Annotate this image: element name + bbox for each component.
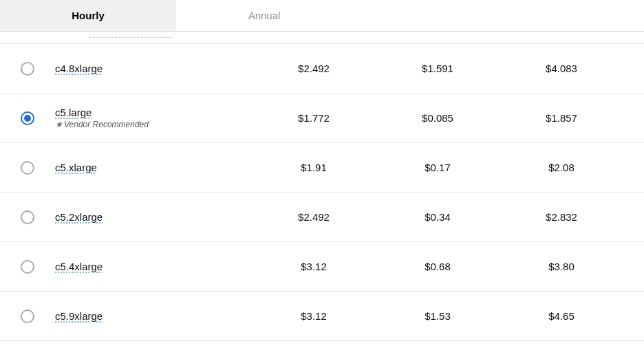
price-col1-c5-2xlarge: $2.492 — [252, 211, 376, 223]
radio-col-c5-2xlarge[interactable] — [21, 210, 55, 224]
tab-annual[interactable]: Annual — [176, 0, 352, 31]
price-col3-c5-4xlarge: $3.80 — [500, 261, 623, 272]
price-col2-c5-4xlarge: $0.68 — [376, 261, 500, 272]
table-row: c5.large Vendor Recommended $1.772 $0.08… — [0, 94, 644, 143]
instance-name-col-c4-8xlarge: c4.8xlarge — [55, 63, 252, 74]
price-col2-c5-9xlarge: $1.53 — [376, 310, 500, 322]
instance-name-c5-large[interactable]: c5.large — [55, 107, 252, 118]
vendor-recommended-label: Vendor Recommended — [55, 120, 252, 129]
tab-hourly[interactable]: Hourly — [0, 0, 176, 31]
instance-name-c5-9xlarge[interactable]: c5.9xlarge — [55, 310, 252, 322]
radio-col-c5-4xlarge[interactable] — [21, 260, 55, 274]
price-col3-c5-large: $1.857 — [500, 112, 623, 124]
radio-col-c4-8xlarge[interactable] — [21, 62, 55, 76]
instance-name-col-c5-xlarge: c5.xlarge — [55, 162, 252, 173]
price-col1-c5-large: $1.772 — [252, 112, 376, 124]
instance-name-col-c5-9xlarge: c5.9xlarge — [55, 310, 252, 322]
price-col3-c4-8xlarge: $4.083 — [500, 63, 623, 74]
radio-button-c5-4xlarge[interactable] — [21, 260, 34, 274]
radio-button-c5-large[interactable] — [21, 111, 34, 125]
instance-name-c4-8xlarge[interactable]: c4.8xlarge — [55, 63, 252, 74]
table-row: c5.9xlarge $3.12 $1.53 $4.65 — [0, 292, 644, 341]
table-row: c5.2xlarge $2.492 $0.34 $2.832 — [0, 193, 644, 242]
radio-button-c5-xlarge[interactable] — [21, 161, 34, 175]
instance-name-c5-2xlarge[interactable]: c5.2xlarge — [55, 211, 252, 223]
pricing-container: Hourly Annual c4.8xlarge $2.492 $1.591 $… — [0, 0, 644, 341]
price-col1-c5-xlarge: $1.91 — [252, 162, 376, 173]
price-col3-c5-xlarge: $2.08 — [500, 162, 623, 173]
instance-name-c5-4xlarge[interactable]: c5.4xlarge — [55, 261, 252, 272]
radio-button-c5-9xlarge[interactable] — [21, 309, 34, 323]
price-col2-c4-8xlarge: $1.591 — [376, 63, 500, 74]
radio-inner-c5-large — [24, 115, 31, 122]
radio-col-c5-large[interactable] — [21, 111, 55, 125]
table-row: c5.4xlarge $3.12 $0.68 $3.80 — [0, 242, 644, 292]
radio-button-c4-8xlarge[interactable] — [21, 62, 34, 76]
price-col1-c5-4xlarge: $3.12 — [252, 261, 376, 272]
price-col1-c4-8xlarge: $2.492 — [252, 63, 376, 74]
scroll-hint-row — [0, 32, 644, 44]
price-col2-c5-2xlarge: $0.34 — [376, 211, 500, 223]
table-row: c5.xlarge $1.91 $0.17 $2.08 — [0, 143, 644, 193]
radio-col-c5-9xlarge[interactable] — [21, 309, 55, 323]
tab-bar: Hourly Annual — [0, 0, 644, 32]
radio-col-c5-xlarge[interactable] — [21, 161, 55, 175]
instance-name-col-c5-large: c5.large Vendor Recommended — [55, 107, 252, 129]
price-col3-c5-9xlarge: $4.65 — [500, 310, 623, 322]
price-col3-c5-2xlarge: $2.832 — [500, 211, 623, 223]
price-col2-c5-large: $0.085 — [376, 112, 500, 124]
pricing-table: c4.8xlarge $2.492 $1.591 $4.083 c5.large… — [0, 44, 644, 341]
instance-name-c5-xlarge[interactable]: c5.xlarge — [55, 162, 252, 173]
price-col1-c5-9xlarge: $3.12 — [252, 310, 376, 322]
scroll-hint-dots — [89, 37, 172, 38]
instance-name-col-c5-2xlarge: c5.2xlarge — [55, 211, 252, 223]
price-col2-c5-xlarge: $0.17 — [376, 162, 500, 173]
instance-name-col-c5-4xlarge: c5.4xlarge — [55, 261, 252, 272]
radio-button-c5-2xlarge[interactable] — [21, 210, 34, 224]
table-row: c4.8xlarge $2.492 $1.591 $4.083 — [0, 44, 644, 94]
